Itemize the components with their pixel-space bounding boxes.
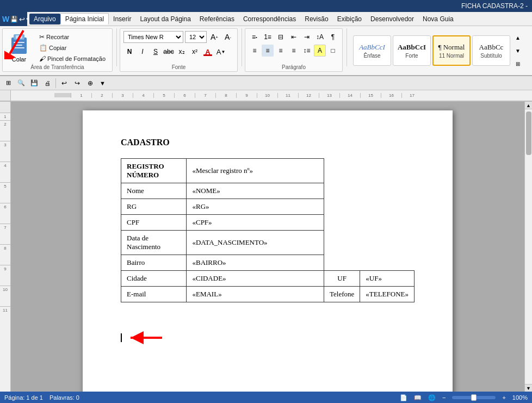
menu-arquivo[interactable]: Arquivo — [29, 14, 60, 24]
font-name-select[interactable]: Times New R — [123, 31, 183, 43]
inline-red-arrow — [124, 330, 168, 346]
horizontal-ruler: 1 2 3 4 5 6 7 8 9 10 11 12 13 14 15 16 1… — [11, 90, 532, 101]
page-scroll[interactable]: CADASTRO REGISTRO NÚMERO «Mesclar regist… — [11, 102, 524, 392]
paragraph-marks-btn[interactable]: ¶ — [327, 31, 339, 43]
style-forte[interactable]: AaBbCcI Forte — [393, 35, 431, 66]
scroll-thumb[interactable] — [526, 111, 531, 155]
table-row: RG «RG» — [121, 199, 415, 215]
left-ruler-4: 4 — [0, 162, 10, 182]
paragraph-row2: ≡ ≡ ≡ ≡ ↕≡ A □ — [249, 45, 339, 57]
menu-nova-guia[interactable]: Nova Guia — [418, 14, 458, 24]
italic-button[interactable]: I — [137, 46, 149, 58]
style-subtitulo-label: Subtítulo — [480, 53, 502, 59]
table-cell: «RG» — [187, 199, 324, 215]
menu-exibicao[interactable]: Exibição — [333, 14, 366, 24]
left-ruler-10: 10 — [0, 286, 10, 306]
table-row: E-mail «EMAIL» Telefone «TELEFONE» — [121, 287, 415, 302]
menu-referencias[interactable]: Referências — [195, 14, 239, 24]
view-btn-7[interactable]: ⊕ — [84, 77, 96, 89]
borders-btn[interactable]: □ — [327, 45, 339, 57]
view-btn-4[interactable]: 🖨 — [41, 77, 53, 89]
ruler-top-padding — [0, 102, 10, 113]
highlight-btn[interactable]: A▼ — [215, 46, 227, 58]
align-right-btn[interactable]: ≡ — [275, 45, 287, 57]
pincel-button[interactable]: 🖌 Pincel de Formatação — [36, 54, 109, 64]
status-zoom-bar[interactable] — [452, 396, 496, 399]
status-zoom-level: 100% — [512, 394, 528, 401]
table-row: Cidade «CIDADE» UF «UF» — [121, 271, 415, 287]
quick-access-toolbar: W 💾 ↩ ↪ — [0, 12, 27, 26]
titlebar: FICHA CADASTRA-2 - — [0, 0, 532, 12]
word-icon[interactable]: W — [2, 14, 9, 24]
multilevel-list-btn[interactable]: ⊟ — [275, 31, 287, 43]
style-normal[interactable]: ¶ Normal 11 Normal — [432, 35, 471, 66]
status-zoom-out[interactable]: − — [442, 394, 446, 401]
menu-pagina-inicial[interactable]: Página Inicial — [60, 13, 109, 24]
document-title: CADASTRO — [121, 138, 415, 147]
view-btn-1[interactable]: ⊞ — [2, 77, 14, 89]
status-page: Página: 1 de 1 — [4, 394, 43, 401]
increase-font-btn[interactable]: A+ — [208, 31, 220, 43]
font-size-select[interactable]: 12 — [185, 31, 207, 43]
recortar-button[interactable]: ✂ Recortar — [36, 32, 109, 42]
decrease-indent-btn[interactable]: ⇤ — [288, 31, 300, 43]
style-enfase[interactable]: AaBbCcI Ênfase — [353, 35, 391, 66]
svg-line-1 — [10, 30, 23, 54]
registration-table: REGISTRO NÚMERO «Mesclar registro nº» No… — [121, 158, 415, 302]
line-spacing-btn[interactable]: ↕≡ — [301, 45, 313, 57]
underline-button[interactable]: S — [150, 46, 162, 58]
strikethrough-button[interactable]: abc — [163, 46, 175, 58]
styles-scroll-down[interactable]: ▼ — [512, 45, 524, 57]
bold-button[interactable]: N — [123, 46, 135, 58]
align-center-btn[interactable]: ≡ — [262, 45, 274, 57]
subscript-button[interactable]: x₂ — [176, 46, 188, 58]
separator-2 — [242, 28, 242, 66]
view-btn-5[interactable]: ↩ — [58, 77, 70, 89]
styles-scroll-up[interactable]: ▲ — [512, 32, 524, 44]
style-subtitulo[interactable]: AaBbCc Subtítulo — [472, 35, 510, 66]
styles-expand[interactable]: ⊞ — [512, 58, 524, 70]
view-sep — [55, 78, 56, 88]
menu-inserir[interactable]: Inserir — [109, 14, 135, 24]
left-ruler-1: 1 — [0, 113, 10, 120]
status-view-reading[interactable]: 📖 — [414, 394, 422, 401]
increase-indent-btn[interactable]: ⇥ — [301, 31, 313, 43]
status-zoom-in[interactable]: + — [502, 394, 505, 401]
view-btn-6[interactable]: ↪ — [71, 77, 83, 89]
unordered-list-btn[interactable]: ≡• — [249, 31, 261, 43]
view-btn-3[interactable]: 💾 — [28, 77, 40, 89]
decrease-font-btn[interactable]: A- — [222, 31, 234, 43]
table-row: Data de Nascimento «DATA_NASCIMENTO» — [121, 231, 415, 255]
ordered-list-btn[interactable]: 1≡ — [262, 31, 274, 43]
status-view-web[interactable]: 🌐 — [428, 394, 436, 401]
undo-quick-btn[interactable]: ↩ — [19, 14, 25, 24]
menu-desenvolvedor[interactable]: Desenvolvedor — [366, 14, 418, 24]
save-quick-btn[interactable]: 💾 — [10, 14, 18, 24]
status-words: Palavras: 0 — [50, 394, 79, 401]
table-cell: Nome — [121, 183, 187, 199]
title-text: FICHA CADASTRA-2 - — [461, 2, 528, 10]
view-btn-8[interactable]: ▼ — [97, 79, 108, 88]
zoom-handle[interactable] — [471, 394, 477, 401]
shading-btn[interactable]: A — [314, 45, 326, 57]
sort-btn[interactable]: ↕A — [314, 31, 326, 43]
scroll-up-btn[interactable]: ▲ — [525, 102, 532, 109]
menu-layout[interactable]: Layout da Página — [135, 14, 195, 24]
menu-correspondencias[interactable]: Correspondências — [239, 14, 300, 24]
table-cell: RG — [121, 199, 187, 215]
paragraph-group: ≡• 1≡ ⊟ ⇤ ⇥ ↕A ¶ ≡ ≡ ≡ ≡ ↕≡ A □ Parágraf… — [245, 28, 343, 72]
vertical-scrollbar[interactable]: ▲ ▼ — [524, 102, 532, 392]
table-cell: «Mesclar registro nº» — [187, 159, 324, 183]
scroll-down-btn[interactable]: ▼ — [525, 384, 532, 392]
justify-btn[interactable]: ≡ — [288, 45, 300, 57]
superscript-button[interactable]: x² — [189, 46, 201, 58]
table-cell: «CIDADE» — [187, 271, 324, 287]
font-group: Times New R 12 A+ A- N I S abc x₂ x² A A… — [120, 28, 238, 72]
table-cell: Data de Nascimento — [121, 231, 187, 255]
align-left-btn[interactable]: ≡ — [249, 45, 261, 57]
copiar-button[interactable]: 📋 Copiar — [36, 43, 109, 53]
font-color-btn[interactable]: A — [202, 46, 214, 58]
status-view-print[interactable]: 📄 — [400, 394, 407, 401]
menu-revisao[interactable]: Revisão — [300, 14, 332, 24]
view-btn-2[interactable]: 🔍 — [15, 77, 27, 89]
